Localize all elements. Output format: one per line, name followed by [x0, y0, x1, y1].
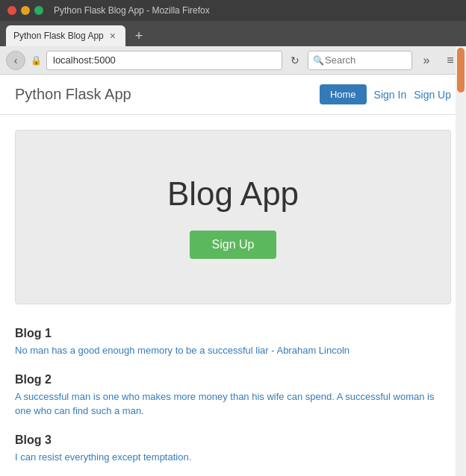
home-nav-button[interactable]: Home	[320, 84, 367, 104]
titlebar: Python Flask Blog App - Mozilla Firefox	[0, 0, 466, 21]
tabbar: Python Flask Blog App × +	[0, 21, 466, 46]
scrollbar-track[interactable]	[456, 46, 466, 476]
blog-title-2: Blog 2	[15, 373, 451, 386]
maximize-button[interactable]	[34, 6, 43, 15]
search-wrapper: 🔍	[308, 51, 412, 70]
new-tab-button[interactable]: +	[128, 25, 149, 46]
scrollbar-thumb[interactable]	[457, 48, 465, 93]
more-button[interactable]: »	[417, 51, 436, 70]
signup-nav-link[interactable]: Sign Up	[414, 89, 451, 101]
hero-section: Blog App Sign Up	[15, 130, 451, 304]
info-icon[interactable]: 🔒	[30, 54, 42, 66]
tab-close-icon[interactable]: ×	[110, 31, 116, 41]
close-button[interactable]	[7, 6, 16, 15]
blog-item-3: Blog 3 I can resist everything except te…	[15, 433, 451, 465]
address-text: localhost:5000	[53, 54, 116, 66]
address-bar[interactable]: localhost:5000	[46, 51, 282, 70]
blog-item-1: Blog 1 No man has a good enough memory t…	[15, 327, 451, 358]
search-input[interactable]	[308, 51, 412, 70]
signin-nav-link[interactable]: Sign In	[374, 89, 407, 101]
nav-links: Home Sign In Sign Up	[320, 84, 451, 104]
app-navbar: Python Flask App Home Sign In Sign Up	[0, 75, 466, 115]
browser-tab[interactable]: Python Flask Blog App ×	[6, 25, 125, 46]
menu-icon: ≡	[447, 54, 453, 67]
reload-icon: ↻	[291, 54, 299, 66]
blog-excerpt-1: No man has a good enough memory to be a …	[15, 343, 451, 358]
app-brand: Python Flask App	[15, 86, 131, 103]
tab-label: Python Flask Blog App	[13, 31, 104, 41]
window-title: Python Flask Blog App - Mozilla Firefox	[54, 5, 210, 16]
blog-excerpt-2: A successful man is one who makes more m…	[15, 389, 451, 419]
hero-signup-button[interactable]: Sign Up	[190, 231, 277, 259]
toolbar: ‹ 🔒 localhost:5000 ↻ 🔍 » ≡	[0, 46, 466, 75]
blog-excerpt-3: I can resist everything except temptatio…	[15, 450, 451, 465]
blog-title-3: Blog 3	[15, 433, 451, 447]
blog-title-1: Blog 1	[15, 327, 451, 340]
back-button[interactable]: ‹	[6, 51, 25, 70]
reload-button[interactable]: ↻	[287, 52, 303, 69]
blog-item-2: Blog 2 A successful man is one who makes…	[15, 373, 451, 419]
page-content: Python Flask App Home Sign In Sign Up Bl…	[0, 75, 466, 476]
hero-title: Blog App	[31, 175, 435, 213]
more-icon: »	[423, 54, 430, 67]
back-icon: ‹	[14, 54, 18, 66]
blog-list: Blog 1 No man has a good enough memory t…	[0, 319, 466, 476]
minimize-button[interactable]	[21, 6, 30, 15]
